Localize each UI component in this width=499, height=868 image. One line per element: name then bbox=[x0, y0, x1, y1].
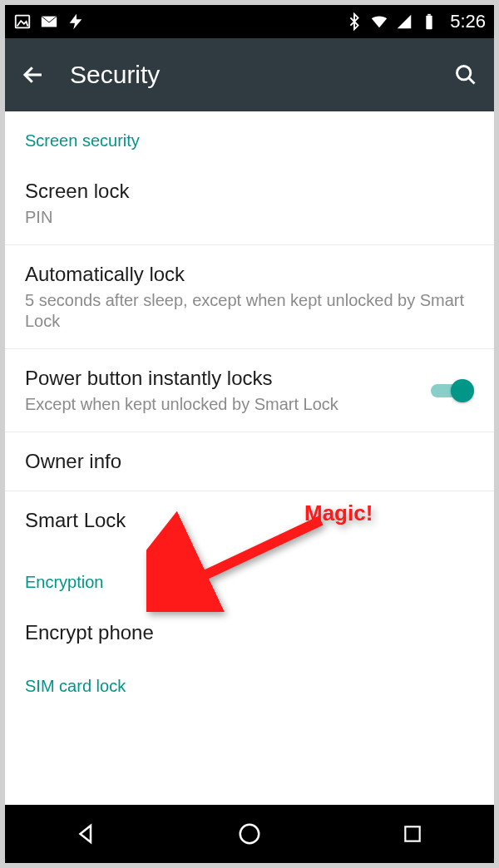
row-owner-info[interactable]: Owner info bbox=[5, 432, 494, 491]
settings-list: Screen security Screen lock PIN Automati… bbox=[5, 111, 494, 708]
row-power-button-locks[interactable]: Power button instantly locks Except when… bbox=[5, 349, 494, 432]
navigation-bar bbox=[5, 805, 494, 863]
device-frame: 5:26 Security Screen security Screen loc… bbox=[0, 0, 499, 868]
nav-recent-button[interactable] bbox=[394, 816, 431, 852]
svg-rect-3 bbox=[427, 16, 432, 29]
row-title: Power button instantly locks bbox=[25, 366, 417, 391]
row-subtitle: 5 seconds after sleep, except when kept … bbox=[25, 290, 474, 332]
row-smart-lock[interactable]: Smart Lock bbox=[5, 491, 494, 550]
nav-back-button[interactable] bbox=[68, 816, 105, 852]
status-left bbox=[13, 12, 85, 31]
status-bar: 5:26 bbox=[5, 5, 494, 38]
signal-icon bbox=[395, 12, 413, 31]
bluetooth-icon bbox=[345, 12, 363, 31]
section-header-encryption: Encryption bbox=[5, 550, 494, 604]
section-header-sim-card-lock: SIM card lock bbox=[5, 662, 494, 708]
bolt-icon bbox=[67, 12, 85, 31]
svg-marker-1 bbox=[70, 14, 82, 29]
svg-point-6 bbox=[457, 67, 471, 80]
row-subtitle: PIN bbox=[25, 207, 474, 228]
row-title: Encrypt phone bbox=[25, 620, 474, 645]
section-header-screen-security: Screen security bbox=[5, 111, 494, 162]
row-subtitle: Except when kept unlocked by Smart Lock bbox=[25, 394, 417, 415]
status-right: 5:26 bbox=[345, 11, 486, 32]
search-button[interactable] bbox=[449, 58, 482, 91]
row-title: Owner info bbox=[25, 449, 474, 474]
row-title: Screen lock bbox=[25, 179, 474, 204]
svg-marker-10 bbox=[81, 826, 91, 842]
mail-icon bbox=[40, 12, 58, 31]
row-title: Automatically lock bbox=[25, 262, 474, 287]
power-lock-toggle[interactable] bbox=[431, 379, 474, 402]
svg-rect-4 bbox=[427, 14, 431, 16]
nav-home-button[interactable] bbox=[231, 816, 268, 852]
wifi-icon bbox=[370, 12, 388, 31]
status-clock: 5:26 bbox=[450, 11, 486, 32]
svg-rect-12 bbox=[405, 826, 419, 841]
row-automatically-lock[interactable]: Automatically lock 5 seconds after sleep… bbox=[5, 245, 494, 349]
battery-icon bbox=[420, 12, 438, 31]
page-title: Security bbox=[70, 61, 160, 89]
app-bar: Security bbox=[5, 38, 494, 111]
row-encrypt-phone[interactable]: Encrypt phone bbox=[5, 604, 494, 662]
row-screen-lock[interactable]: Screen lock PIN bbox=[5, 162, 494, 245]
back-button[interactable] bbox=[17, 58, 50, 91]
svg-marker-2 bbox=[398, 15, 412, 29]
row-title: Smart Lock bbox=[25, 508, 474, 533]
svg-point-11 bbox=[240, 825, 259, 844]
svg-line-7 bbox=[469, 78, 475, 84]
image-icon bbox=[13, 12, 32, 31]
